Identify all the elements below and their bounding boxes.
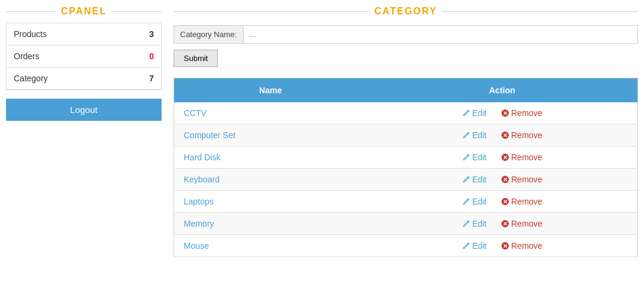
edit-icon <box>462 109 470 117</box>
main-line-right <box>442 11 638 12</box>
sidebar-line-right <box>111 11 162 12</box>
table-row: Hard DiskEdit✕Remove <box>174 147 638 169</box>
sidebar-item-category-count: 7 <box>149 74 154 83</box>
edit-button[interactable]: Edit <box>462 197 487 206</box>
edit-icon <box>462 175 470 184</box>
remove-icon: ✕ <box>501 219 509 228</box>
sidebar-item-category-label: Category <box>14 74 48 83</box>
main-title: CATEGORY <box>375 6 438 17</box>
cell-name: CCTV <box>174 102 367 124</box>
remove-icon: ✕ <box>501 153 509 161</box>
cell-actions: Edit✕Remove <box>367 213 637 235</box>
main-header: CATEGORY <box>174 6 638 17</box>
sidebar-menu: Products 3 Orders 0 Category 7 <box>6 23 162 90</box>
cell-name: Mouse <box>174 235 367 257</box>
svg-text:✕: ✕ <box>503 110 508 117</box>
sidebar-item-orders-label: Orders <box>14 51 40 61</box>
cell-actions: Edit✕Remove <box>367 147 637 169</box>
edit-button[interactable]: Edit <box>462 241 487 251</box>
remove-icon: ✕ <box>501 109 509 117</box>
cell-name: Keyboard <box>174 169 367 191</box>
cell-name: Memory <box>174 213 367 235</box>
svg-text:✕: ✕ <box>503 199 508 205</box>
cell-actions: Edit✕Remove <box>367 124 637 147</box>
sidebar-title: CPANEL <box>61 6 107 17</box>
remove-button[interactable]: ✕Remove <box>501 175 542 184</box>
table-row: LaptopsEdit✕Remove <box>174 191 638 213</box>
remove-icon: ✕ <box>501 131 509 139</box>
svg-text:✕: ✕ <box>503 176 508 183</box>
edit-icon <box>462 153 470 161</box>
edit-icon <box>462 242 470 250</box>
cell-name: Computer Set <box>174 124 367 147</box>
sidebar-line-left <box>6 11 56 12</box>
remove-button[interactable]: ✕Remove <box>501 219 542 228</box>
svg-text:✕: ✕ <box>503 221 508 227</box>
sidebar: CPANEL Products 3 Orders 0 Category 7 Lo… <box>6 6 162 257</box>
svg-text:✕: ✕ <box>503 154 508 161</box>
edit-button[interactable]: Edit <box>462 108 487 118</box>
edit-button[interactable]: Edit <box>462 175 487 184</box>
category-name-label: Category Name: <box>174 26 244 43</box>
sidebar-item-products-label: Products <box>14 29 47 39</box>
logout-button[interactable]: Logout <box>6 99 162 121</box>
edit-button[interactable]: Edit <box>462 130 487 140</box>
sidebar-header: CPANEL <box>6 6 162 17</box>
sidebar-item-products-count: 3 <box>149 29 154 39</box>
table-row: Computer SetEdit✕Remove <box>174 124 638 147</box>
cell-actions: Edit✕Remove <box>367 169 637 191</box>
cell-actions: Edit✕Remove <box>367 235 637 257</box>
svg-text:✕: ✕ <box>503 243 508 249</box>
remove-button[interactable]: ✕Remove <box>501 197 542 206</box>
remove-button[interactable]: ✕Remove <box>501 152 542 162</box>
submit-button[interactable]: Submit <box>174 50 218 67</box>
edit-button[interactable]: Edit <box>462 152 487 162</box>
table-row: KeyboardEdit✕Remove <box>174 169 638 191</box>
edit-icon <box>462 197 470 206</box>
remove-icon: ✕ <box>501 197 509 206</box>
remove-icon: ✕ <box>501 175 509 184</box>
edit-button[interactable]: Edit <box>462 219 487 228</box>
sidebar-item-category[interactable]: Category 7 <box>7 68 161 90</box>
table-header-row: Name Action <box>174 78 638 103</box>
remove-button[interactable]: ✕Remove <box>501 130 542 140</box>
sidebar-item-products[interactable]: Products 3 <box>7 23 161 45</box>
cell-actions: Edit✕Remove <box>367 191 637 213</box>
remove-button[interactable]: ✕Remove <box>501 241 542 251</box>
cell-name: Hard Disk <box>174 147 367 169</box>
remove-icon: ✕ <box>501 242 509 250</box>
col-name: Name <box>174 78 367 103</box>
edit-icon <box>462 219 470 228</box>
col-action: Action <box>367 78 637 103</box>
category-form-row: Category Name: <box>174 25 638 44</box>
table-row: CCTVEdit✕Remove <box>174 102 638 124</box>
category-table: Name Action CCTVEdit✕RemoveComputer SetE… <box>174 78 638 257</box>
cell-name: Laptops <box>174 191 367 213</box>
main-content: CATEGORY Category Name: Submit Name Acti… <box>174 6 638 257</box>
cell-actions: Edit✕Remove <box>367 102 637 124</box>
sidebar-item-orders-count: 0 <box>149 51 154 61</box>
category-name-input[interactable] <box>244 26 637 43</box>
table-row: MemoryEdit✕Remove <box>174 213 638 235</box>
svg-text:✕: ✕ <box>503 132 508 139</box>
main-line-left <box>174 11 370 12</box>
edit-icon <box>462 131 470 139</box>
sidebar-item-orders[interactable]: Orders 0 <box>7 45 161 68</box>
table-row: MouseEdit✕Remove <box>174 235 638 257</box>
remove-button[interactable]: ✕Remove <box>501 108 542 118</box>
